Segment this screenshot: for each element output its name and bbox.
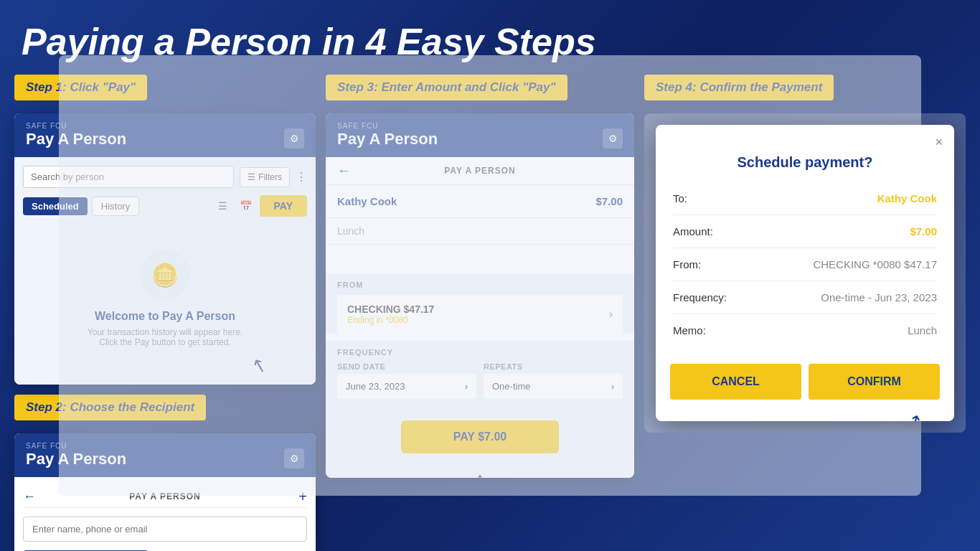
modal-card: × Schedule payment? To: Kathy Cook Amoun…: [656, 125, 954, 421]
modal-field-to: To: Kathy Cook: [673, 182, 937, 215]
cancel-button[interactable]: CANCEL: [670, 364, 801, 400]
modal-fields: To: Kathy Cook Amount: $7.00 From: CHECK…: [656, 182, 954, 354]
modal-header: ×: [656, 125, 954, 150]
close-button[interactable]: ×: [935, 135, 943, 150]
name-input-step2[interactable]: [23, 517, 307, 542]
amount-value: $7.00: [910, 225, 937, 237]
frequency-field-label: Frequency:: [673, 291, 727, 303]
memo-field-value: Lunch: [908, 324, 937, 336]
to-label: To:: [673, 192, 687, 204]
to-value: Kathy Cook: [877, 192, 937, 204]
modal-title: Schedule payment?: [656, 150, 954, 182]
modal-field-memo: Memo: Lunch: [673, 314, 937, 347]
modal-buttons: CANCEL CONFIRM: [656, 354, 954, 414]
memo-field-label: Memo:: [673, 324, 706, 336]
step4-backdrop: × Schedule payment? To: Kathy Cook Amoun…: [644, 113, 966, 433]
from-field-value: CHECKING *0080 $47.17: [813, 258, 937, 270]
from-field-label: From:: [673, 258, 701, 270]
amount-label: Amount:: [673, 225, 713, 237]
modal-field-from: From: CHECKING *0080 $47.17: [673, 248, 937, 281]
modal-field-amount: Amount: $7.00: [673, 215, 937, 248]
modal-field-frequency: Frequency: One-time - Jun 23, 2023: [673, 281, 937, 314]
confirm-button[interactable]: CONFIRM: [809, 364, 940, 400]
back-button-step2[interactable]: ←: [23, 489, 36, 504]
frequency-field-value: One-time - Jun 23, 2023: [821, 291, 937, 303]
